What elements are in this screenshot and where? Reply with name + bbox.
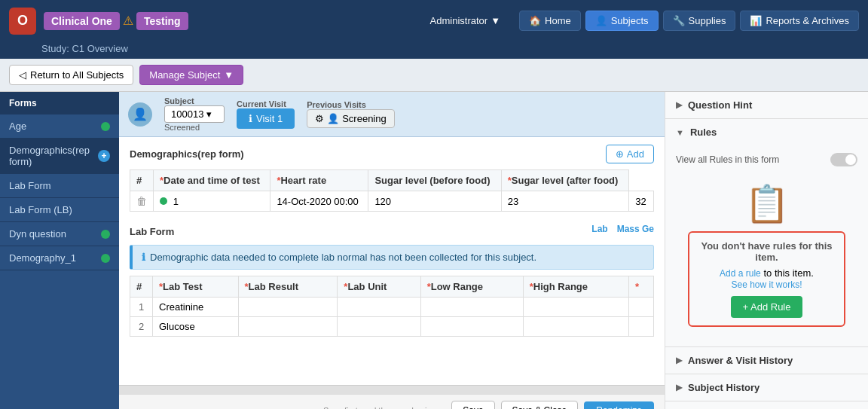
rules-body: View all Rules in this form 📋 You don't … [665, 145, 868, 346]
rules-section: ▼ Rules View all Rules in this form 📋 Yo… [665, 119, 868, 347]
lab-mass-area: Lab Mass Ge [591, 224, 654, 234]
info-icon: ℹ [142, 252, 145, 263]
lab-alert: ℹ Demographic data needed to complete la… [130, 245, 654, 270]
lab-row2-high [523, 317, 628, 337]
lab-row1-test: Creatinine [153, 298, 239, 317]
sidebar-item-lab-form-lb[interactable]: Lab Form (LB) [0, 198, 119, 222]
reports-button[interactable]: 📊 Reports & Archives [740, 11, 859, 31]
main-container: Forms Age Demographics(rep form) + Lab F… [0, 92, 868, 409]
answer-history-header[interactable]: ▶ Answer & Visit History [665, 347, 868, 374]
question-hint-header[interactable]: ▶ Question Hint [665, 92, 868, 118]
randomize-button[interactable]: Randomize [584, 401, 654, 409]
subject-avatar: 👤 [128, 102, 152, 127]
rules-header[interactable]: ▼ Rules [665, 119, 868, 145]
demographics-add-button[interactable]: ⊕ Add [606, 145, 654, 163]
see-how-link[interactable]: See how it works! [731, 279, 802, 290]
manage-label: Manage Subject [149, 69, 220, 81]
subjects-label: Subjects [611, 15, 649, 26]
lab-row2-num: 2 [130, 317, 153, 337]
sidebar-dyn-label: Dyn question [9, 228, 66, 240]
sidebar-item-dyn-question[interactable]: Dyn question [0, 222, 119, 246]
sidebar-item-demography1[interactable]: Demography_1 [0, 246, 119, 270]
app-subtitle: Testing [136, 12, 188, 30]
rules-chevron: ▼ [676, 128, 684, 137]
home-button[interactable]: 🏠 Home [519, 11, 581, 31]
save-close-button[interactable]: Save & Close [501, 401, 579, 409]
see-how-row: See how it works! [731, 279, 802, 290]
supplies-button[interactable]: 🔧 Supplies [663, 11, 736, 31]
supplies-label: Supplies [689, 15, 726, 26]
return-button[interactable]: ◁ Return to All Subjects [9, 65, 133, 85]
demographics-table: # *Date and time of test *Heart rate Sug… [130, 169, 654, 212]
subject-info: Subject 100013 ▾ Screened [164, 96, 225, 132]
visit1-button[interactable]: ℹ Visit 1 [237, 108, 295, 129]
app-logo: O [9, 8, 36, 35]
return-arrow: ◁ [19, 69, 26, 81]
subject-history-label: Subject History [688, 382, 760, 393]
lab-form-title-row: Lab Form Lab Mass Ge [130, 224, 654, 239]
visit-info-icon: ℹ [249, 113, 252, 124]
col-date: *Date and time of test [154, 170, 270, 191]
middle-section: 👤 Subject 100013 ▾ Screened Current Visi… [119, 92, 665, 409]
supplies-icon: 🔧 [673, 15, 685, 26]
question-hint-chevron: ▶ [676, 100, 682, 110]
subject-id[interactable]: 100013 ▾ [164, 105, 225, 123]
lab-row-1: 1 Creatinine [130, 298, 654, 317]
sidebar-item-demographics[interactable]: Demographics(rep form) + [0, 139, 119, 174]
lab-table: # *Lab Test *Lab Result *Lab Unit *Low R… [130, 276, 654, 337]
left-sidebar: Forms Age Demographics(rep form) + Lab F… [0, 92, 119, 409]
add-rule-link[interactable]: Add a rule [720, 268, 761, 279]
rules-toggle[interactable] [830, 153, 857, 166]
sidebar-item-lab-form[interactable]: Lab Form [0, 174, 119, 198]
row-num-cell: 1 [154, 191, 270, 212]
study-bar: Study: C1 Overview [0, 41, 868, 59]
screening-gear-icon: ⚙ [315, 113, 324, 124]
demography1-status-dot [101, 254, 110, 263]
sidebar-age-label: Age [9, 121, 26, 132]
lab-link[interactable]: Lab [591, 224, 607, 234]
lab-table-scroll: # *Lab Test *Lab Result *Lab Unit *Low R… [130, 276, 654, 337]
right-panel: ▶ Question Hint ▼ Rules View all Rules i… [665, 92, 868, 409]
rules-empty-title: You don't have rules for this item. [697, 240, 836, 263]
lab-row1-low [420, 298, 523, 317]
row-date: 14-Oct-2020 00:00 [270, 191, 368, 212]
lab-row2-low [420, 317, 523, 337]
save-button[interactable]: Save [451, 401, 494, 409]
horizontal-scrollbar[interactable] [119, 385, 665, 394]
demographics-table-scroll: # *Date and time of test *Heart rate Sug… [130, 169, 654, 212]
manage-subject-button[interactable]: Manage Subject ▼ [139, 65, 243, 85]
subject-history-chevron: ▶ [676, 383, 682, 392]
add-rule-button[interactable]: + Add Rule [731, 296, 803, 318]
queries-header[interactable]: ▶ Queries [665, 401, 868, 409]
alert-text: Demographic data needed to complete lab … [150, 252, 536, 263]
row-sugar-after: 32 [629, 191, 654, 212]
subject-history-header[interactable]: ▶ Subject History [665, 374, 868, 401]
row-heart: 120 [368, 191, 501, 212]
warning-icon: ⚠ [123, 14, 133, 28]
row-status-dot [160, 197, 167, 205]
view-rules-label: View all Rules in this form [676, 154, 779, 165]
lab-row-2: 2 Glucose [130, 317, 654, 337]
row-sugar-before: 23 [501, 191, 629, 212]
row-num: 1 [173, 196, 179, 207]
sidebar-item-age[interactable]: Age [0, 114, 119, 139]
header: O Clinical One ⚠ Testing Administrator ▼… [0, 0, 868, 41]
rules-empty-box: You don't have rules for this item. Add … [688, 231, 845, 327]
subject-content: Demographics(rep form) ⊕ Add # *Date and… [119, 137, 665, 409]
mass-gen-link[interactable]: Mass Ge [617, 224, 654, 234]
screening-button[interactable]: ⚙ 👤 Screening [307, 109, 395, 128]
lab-row1-num: 1 [130, 298, 153, 317]
lab-form-title: Lab Form [130, 226, 174, 237]
return-label: Return to All Subjects [30, 69, 124, 81]
lab-row2-result [238, 317, 338, 337]
demographics-title-row: Demographics(rep form) ⊕ Add [130, 145, 654, 163]
subjects-button[interactable]: 👤 Subjects [585, 11, 659, 31]
col-heart: *Heart rate [270, 170, 368, 191]
lab-col-high: *High Range [523, 276, 628, 298]
lab-row1-extra [629, 298, 654, 317]
subjects-icon: 👤 [595, 15, 607, 26]
delete-icon[interactable]: 🗑 [136, 195, 147, 207]
sidebar-demography1-label: Demography_1 [9, 252, 76, 264]
lab-form-section: Lab Form Lab Mass Ge ℹ Demographic data … [130, 224, 654, 337]
question-hint-section: ▶ Question Hint [665, 92, 868, 119]
